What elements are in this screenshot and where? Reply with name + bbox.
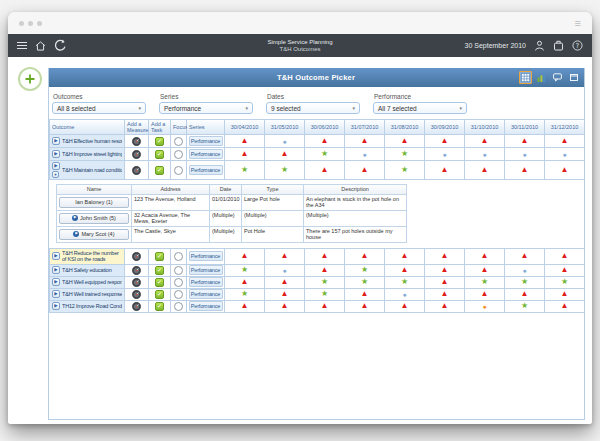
measures-subtable: NameAddressDateTypeDescription Ian Balon…	[56, 184, 407, 243]
expand-icon[interactable]: ▶	[52, 137, 60, 145]
triangle-indicator-icon: ▲	[241, 150, 249, 158]
expand-icon[interactable]: ▶	[52, 278, 60, 286]
series-button[interactable]: Performance	[189, 289, 223, 299]
add-outcome-button[interactable]	[18, 67, 42, 91]
subtable-name-button[interactable]: ▶Mary Scot (4)	[59, 229, 129, 240]
chart-view-icon[interactable]	[535, 71, 548, 84]
user-icon[interactable]	[534, 40, 545, 51]
subtable-name-button[interactable]: Ian Baloney (1)	[59, 197, 129, 208]
filter-dropdown-series[interactable]: Performance▾	[159, 102, 253, 114]
expanded-icon[interactable]: ▼	[52, 171, 59, 178]
series-button[interactable]: Performance	[189, 301, 223, 311]
indicator-cell: ★	[385, 148, 425, 161]
expand-icon[interactable]: ▶	[52, 290, 60, 298]
subtable-name-button[interactable]: ▶John Smith (5)	[59, 213, 129, 224]
add-measure-button[interactable]	[132, 266, 141, 275]
triangle-indicator-icon: ▲	[521, 137, 529, 145]
filter-dropdown-dates[interactable]: 9 selected▾	[266, 102, 360, 114]
focus-radio[interactable]	[174, 302, 183, 311]
home-icon[interactable]	[35, 41, 46, 51]
add-task-button[interactable]: ✓	[155, 252, 164, 261]
window-control-dot[interactable]	[37, 21, 42, 26]
filter-value: Performance	[164, 105, 201, 112]
indicator-cell: ▲	[425, 135, 465, 148]
subtable-type: (Multiple)	[242, 211, 304, 227]
add-measure-button[interactable]	[132, 166, 141, 175]
outcomes-table: Outcome Add a Measure Add a Task Focus S…	[49, 119, 584, 180]
series-button[interactable]: Performance	[189, 165, 223, 175]
triangle-indicator-icon: ▲	[361, 137, 369, 145]
outcome-row: ▶T&H Improve street lighting✓Performance…	[50, 148, 584, 161]
star-indicator-icon: ★	[241, 166, 248, 174]
series-button[interactable]: Performance	[189, 149, 223, 159]
outcome-picker-window: T&H Outcome Picker	[48, 68, 585, 420]
picker-title-bar: T&H Outcome Picker	[49, 68, 584, 87]
indicator-cell: ★	[225, 289, 265, 301]
add-task-button[interactable]: ✓	[155, 290, 164, 299]
add-measure-button[interactable]	[132, 302, 141, 311]
briefcase-icon[interactable]	[553, 40, 564, 51]
add-measure-button[interactable]	[132, 290, 141, 299]
focus-radio[interactable]	[174, 252, 183, 261]
expand-icon[interactable]: ▶	[52, 150, 60, 158]
add-task-button[interactable]: ✓	[155, 266, 164, 275]
refresh-icon[interactable]	[54, 39, 67, 52]
expand-icon[interactable]: ▶	[73, 231, 79, 237]
col-header-date: 30/06/2010	[305, 120, 345, 135]
subtable-col-header: Address	[132, 185, 210, 195]
add-task-button[interactable]: ✓	[155, 137, 164, 146]
add-task-button[interactable]: ✓	[155, 150, 164, 159]
outcome-name: TH12 Improve Road Conditions	[62, 303, 122, 310]
window-icon[interactable]	[567, 71, 580, 84]
subtable-row: ▶John Smith (5)32 Acacia Avenue, The Mew…	[57, 211, 407, 227]
expand-icon[interactable]: ▶	[52, 162, 60, 170]
subtable-date: 01/01/2010	[210, 195, 242, 211]
series-button[interactable]: Performance	[189, 136, 223, 146]
star-indicator-icon: ★	[241, 266, 248, 274]
focus-radio[interactable]	[174, 166, 183, 175]
subtable-col-header: Type	[242, 185, 304, 195]
current-date[interactable]: 30 September 2010	[465, 42, 527, 49]
filter-dropdown-performance[interactable]: All 7 selected▾	[373, 102, 467, 114]
indicator-cell: ●	[545, 148, 584, 161]
add-measure-button[interactable]	[132, 278, 141, 287]
outcome-cell: ▶T&H Well trained response staff	[50, 289, 125, 301]
add-measure-button[interactable]	[132, 137, 141, 146]
focus-radio[interactable]	[174, 266, 183, 275]
browser-menu-icon[interactable]: ≡	[575, 18, 581, 29]
expand-icon[interactable]: ▶	[52, 302, 60, 310]
focus-radio[interactable]	[174, 150, 183, 159]
series-button[interactable]: Performance	[189, 265, 223, 275]
add-task-button[interactable]: ✓	[155, 166, 164, 175]
subtable-date: (Multiple)	[210, 211, 242, 227]
focus-radio[interactable]	[174, 290, 183, 299]
indicator-cell: ▲	[225, 277, 265, 289]
filter-dropdown-outcomes[interactable]: All 8 selected▾	[52, 102, 146, 114]
focus-radio[interactable]	[174, 137, 183, 146]
add-measure-button[interactable]	[132, 150, 141, 159]
series-button[interactable]: Performance	[189, 251, 223, 261]
expand-icon[interactable]: ▶	[52, 252, 60, 260]
outcome-cell: ▶▼T&H Maintain road conditions	[50, 161, 125, 180]
star-indicator-icon: ★	[401, 150, 408, 158]
add-measure-button[interactable]	[132, 252, 141, 261]
add-task-button[interactable]: ✓	[155, 302, 164, 311]
window-control-dot[interactable]	[19, 21, 24, 26]
indicator-cell: ●	[465, 301, 505, 313]
menu-icon[interactable]	[17, 41, 27, 51]
page-content: T&H Outcome Picker	[8, 57, 592, 424]
add-task-button[interactable]: ✓	[155, 278, 164, 287]
series-button[interactable]: Performance	[189, 277, 223, 287]
help-icon[interactable]: ?	[572, 40, 583, 51]
grid-view-icon[interactable]	[519, 71, 532, 84]
outcome-name: T&H Well trained response staff	[62, 291, 122, 298]
window-control-dot[interactable]	[28, 21, 33, 26]
outcome-row: ▶T&H Well equipped response staff✓Perfor…	[50, 277, 584, 289]
comment-icon[interactable]	[551, 71, 564, 84]
star-indicator-icon: ★	[241, 290, 248, 298]
focus-radio[interactable]	[174, 278, 183, 287]
triangle-indicator-icon: ▲	[281, 278, 289, 286]
expand-icon[interactable]: ▶	[72, 215, 78, 221]
expand-icon[interactable]: ▶	[52, 266, 60, 274]
subtable-rows: Ian Baloney (1)123 The Avenue, Holland01…	[57, 195, 407, 243]
